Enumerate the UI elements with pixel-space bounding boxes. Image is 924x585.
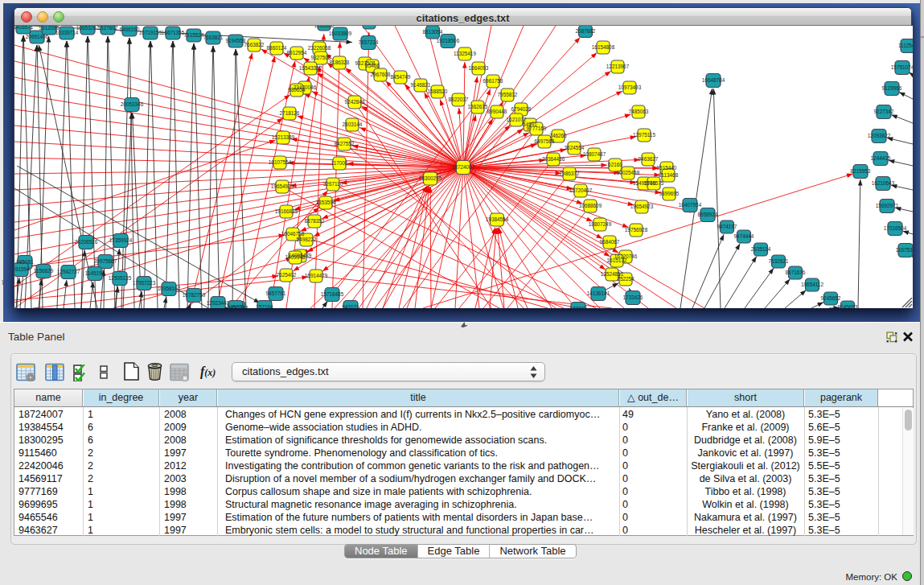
svg-text:8912954: 8912954 [287,50,307,56]
svg-text:1362615: 1362615 [468,104,488,109]
svg-text:8186328: 8186328 [330,60,350,65]
svg-text:1167531: 1167531 [896,247,913,253]
svg-text:11325419: 11325419 [454,51,476,56]
svg-text:16154808: 16154808 [592,44,615,50]
svg-text:15692971: 15692971 [876,203,899,208]
svg-text:9899695: 9899695 [659,191,680,196]
svg-text:16107554: 16107554 [269,159,292,165]
svg-text:9457791: 9457791 [266,290,286,296]
svg-text:20053346: 20053346 [121,101,144,107]
svg-text:7986372: 7986372 [560,171,580,176]
svg-text:1588520: 1588520 [428,89,448,94]
svg-text:989654: 989654 [288,87,306,93]
svg-text:2718126: 2718126 [280,110,300,116]
svg-text:10807487: 10807487 [583,151,606,157]
svg-text:95466: 95466 [365,63,380,68]
svg-text:8813054: 8813054 [423,29,443,35]
svg-text:10973493: 10973493 [618,84,642,90]
svg-text:9474444: 9474444 [734,233,754,239]
svg-text:157164: 157164 [256,304,273,308]
svg-text:9194558: 9194558 [226,38,246,43]
svg-text:945779: 945779 [227,304,244,308]
svg-text:9245652: 9245652 [821,295,841,301]
svg-text:20364436: 20364436 [542,156,565,162]
svg-text:2087682: 2087682 [576,28,596,34]
svg-text:1112541: 1112541 [898,43,913,48]
svg-text:62160: 62160 [608,162,622,167]
svg-text:10025458: 10025458 [617,170,640,175]
svg-text:16782759: 16782759 [183,292,206,298]
svg-text:10339714: 10339714 [55,30,79,35]
svg-text:12975115: 12975115 [633,132,655,138]
svg-text:9245653: 9245653 [838,304,858,308]
svg-text:8471676: 8471676 [786,270,806,275]
svg-text:9227342: 9227342 [874,109,894,114]
svg-text:7663822: 7663822 [244,42,265,47]
svg-text:7955812: 7955812 [498,92,518,97]
svg-text:9515440: 9515440 [657,165,677,171]
svg-text:1864093: 1864093 [469,65,489,71]
svg-text:8113468: 8113468 [659,172,679,178]
svg-text:6961758: 6961758 [483,78,503,84]
svg-text:19756928: 19756928 [625,227,648,233]
svg-text:173342: 173342 [569,306,587,308]
svg-text:15716485: 15716485 [321,291,344,297]
svg-text:943121: 943121 [342,304,359,308]
svg-text:18724007: 18724007 [452,164,475,170]
svg-text:1145194: 1145194 [85,270,105,276]
svg-text:16671355: 16671355 [162,30,185,35]
svg-text:117006: 117006 [331,160,348,166]
svg-text:9146821: 9146821 [411,82,431,88]
svg-text:10958107: 10958107 [158,286,181,291]
svg-text:17016504: 17016504 [884,225,907,231]
svg-text:12093822: 12093822 [868,133,891,138]
svg-text:391594: 391594 [14,266,30,272]
svg-text:10046758: 10046758 [281,231,305,237]
svg-text:16033809: 16033809 [329,31,352,36]
svg-text:1353594: 1353594 [316,200,336,205]
svg-text:12505135: 12505135 [109,275,132,281]
svg-text:3267110: 3267110 [323,181,343,187]
svg-text:23226058: 23226058 [308,45,331,51]
svg-text:9463627: 9463627 [639,156,659,162]
svg-text:16407954: 16407954 [679,202,702,208]
svg-text:12213389: 12213389 [272,134,295,140]
svg-text:1405571: 1405571 [14,26,34,30]
svg-text:1409948: 1409948 [285,254,306,260]
svg-text:2803144: 2803144 [343,122,363,127]
svg-text:8454749: 8454749 [391,74,411,80]
svg-text:10653267: 10653267 [76,26,100,31]
svg-text:2967608: 2967608 [371,72,391,77]
svg-text:39975867: 39975867 [94,258,117,264]
svg-text:16648784: 16648784 [702,77,725,83]
svg-text:6794028: 6794028 [511,106,532,112]
svg-text:12923448: 12923448 [207,300,230,306]
svg-text:7485063: 7485063 [629,109,649,114]
svg-text:8990448: 8990448 [487,109,507,114]
svg-text:7857224: 7857224 [359,39,379,45]
svg-text:5498222: 5498222 [297,237,317,242]
svg-text:252254: 252254 [617,276,634,282]
svg-text:8878352: 8878352 [305,218,325,224]
svg-text:9327503: 9327503 [311,55,331,60]
svg-text:18300295: 18300295 [419,175,442,181]
svg-text:1065328: 1065328 [314,26,335,28]
svg-text:746266: 746266 [549,133,567,138]
svg-text:19218506: 19218506 [437,38,460,43]
svg-text:12213967: 12213967 [606,64,630,69]
svg-text:19654925: 19654925 [271,183,294,189]
svg-text:1156829: 1156829 [34,268,54,274]
svg-text:10719155: 10719155 [139,30,162,35]
svg-text:16210643: 16210643 [872,180,895,186]
svg-text:10688609: 10688609 [579,203,602,208]
svg-text:10654112: 10654112 [801,282,823,287]
svg-text:8427552: 8427552 [335,141,355,146]
svg-text:8860124: 8860124 [267,45,287,51]
svg-text:8822037: 8822037 [449,97,469,102]
svg-text:7632621: 7632621 [769,258,789,264]
svg-text:9684067: 9684067 [600,239,620,245]
svg-text:9777169: 9777169 [527,126,547,131]
svg-text:14136141: 14136141 [587,290,610,296]
svg-text:2935114: 2935114 [751,246,771,252]
svg-text:19384554: 19384554 [486,216,509,222]
